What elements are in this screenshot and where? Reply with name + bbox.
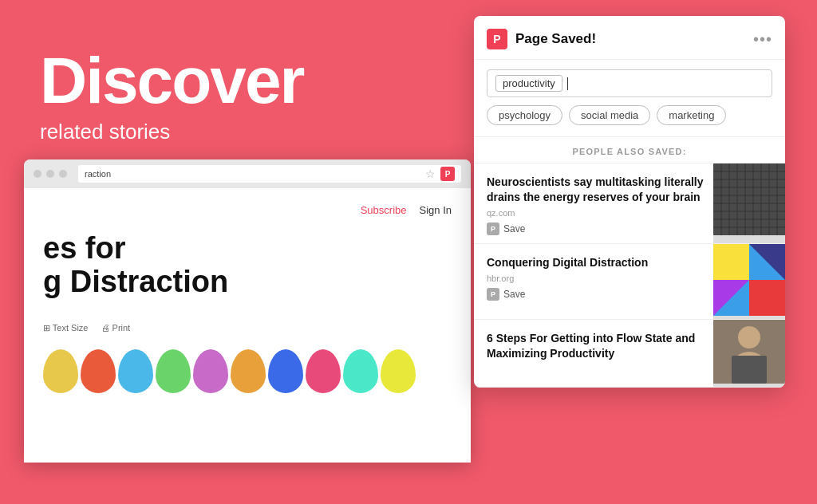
- pocket-p-letter: P: [445, 170, 451, 179]
- related-item-2-save-button[interactable]: P Save: [487, 288, 704, 301]
- thumb-svg-2: [713, 244, 785, 316]
- browser-bar: raction ☆ P: [24, 159, 471, 188]
- tag-suggestion-social-media[interactable]: social media: [569, 105, 650, 125]
- svg-rect-0: [713, 163, 785, 235]
- svg-rect-18: [713, 244, 749, 280]
- related-item-3-title: 6 Steps For Getting into Flow State and …: [487, 331, 704, 361]
- related-item-1-thumb: [713, 163, 785, 243]
- related-item-2-domain: hbr.org: [487, 274, 704, 283]
- panel-more-button[interactable]: •••: [753, 30, 772, 49]
- panel-title: Page Saved!: [515, 31, 745, 47]
- related-item-3-thumb: [713, 320, 785, 387]
- pocket-panel: P Page Saved! ••• productivity psycholog…: [474, 16, 785, 388]
- related-item-2-thumb: [713, 244, 785, 319]
- related-articles-list: Neuroscientists say multitasking literal…: [474, 163, 785, 388]
- related-item-2: Conquering Digital Distraction hbr.org P…: [474, 244, 785, 320]
- browser-content: Subscribe Sign In es for g Distraction ⊞…: [24, 188, 471, 463]
- balloon-teal: [343, 349, 378, 393]
- print-label: 🖨 Print: [101, 323, 131, 333]
- browser-url-bar: raction ☆ P: [78, 165, 461, 183]
- thumb-svg-3: [713, 320, 785, 384]
- balloon-purple: [193, 349, 228, 393]
- panel-header: P Page Saved! •••: [474, 16, 785, 60]
- save-label-2: Save: [503, 289, 525, 300]
- related-item-1-domain: qz.com: [487, 208, 704, 218]
- pocket-logo-letter: P: [493, 33, 500, 45]
- browser-toolbar-icons: ☆ P: [425, 167, 455, 181]
- related-item-1-content: Neuroscientists say multitasking literal…: [474, 163, 713, 243]
- balloons-image: [43, 349, 452, 445]
- related-item-3: 6 Steps For Getting into Flow State and …: [474, 320, 785, 388]
- pocket-toolbar-icon[interactable]: P: [440, 167, 455, 181]
- svg-point-25: [738, 326, 760, 348]
- save-pocket-icon-1: P: [487, 222, 499, 235]
- bookmark-icon: ☆: [425, 167, 436, 180]
- balloon-pink: [306, 349, 341, 393]
- browser-dot-3: [59, 170, 67, 178]
- related-item-3-content: 6 Steps For Getting into Flow State and …: [474, 320, 713, 387]
- browser-nav: Subscribe Sign In: [43, 204, 452, 216]
- tag-suggestion-psychology[interactable]: psychology: [487, 105, 562, 125]
- related-item-2-content: Conquering Digital Distraction hbr.org P…: [474, 244, 713, 319]
- save-label-1: Save: [503, 223, 525, 234]
- related-item-1-title: Neuroscientists say multitasking literal…: [487, 175, 704, 205]
- save-p-2: P: [491, 290, 495, 298]
- browser-dot-2: [46, 170, 54, 178]
- balloon-yellow2: [381, 349, 416, 393]
- balloon-red: [81, 349, 116, 393]
- text-size-label: ⊞ Text Size: [43, 323, 89, 333]
- balloon-blue: [118, 349, 153, 393]
- tag-input-row[interactable]: productivity: [487, 69, 772, 97]
- hero-title: Discover: [40, 48, 303, 113]
- related-item-1-save-button[interactable]: P Save: [487, 222, 704, 235]
- browser-dot-1: [34, 170, 41, 178]
- balloon-yellow: [43, 349, 78, 393]
- article-headline: es for g Distraction: [43, 232, 452, 299]
- balloon-green: [156, 349, 191, 393]
- svg-rect-27: [732, 356, 767, 384]
- url-text: raction: [85, 169, 377, 179]
- pocket-logo: P: [487, 29, 507, 49]
- svg-rect-21: [749, 280, 785, 316]
- related-item-2-title: Conquering Digital Distraction: [487, 255, 704, 270]
- balloon-orange: [231, 349, 266, 393]
- tag-pill: productivity: [495, 75, 562, 92]
- subscribe-link[interactable]: Subscribe: [361, 204, 407, 216]
- hero-subtitle: related stories: [40, 120, 303, 144]
- related-item-1: Neuroscientists say multitasking literal…: [474, 163, 785, 244]
- save-pocket-icon-2: P: [487, 288, 499, 301]
- signin-link[interactable]: Sign In: [420, 204, 452, 216]
- hero-section: Discover related stories: [40, 48, 303, 144]
- balloon-darkblue: [268, 349, 303, 393]
- save-p-1: P: [491, 225, 495, 233]
- tag-suggestions: psychology social media marketing: [487, 105, 772, 125]
- text-cursor: [567, 77, 569, 90]
- tag-suggestion-marketing[interactable]: marketing: [657, 105, 726, 125]
- browser-mockup: raction ☆ P Subscribe Sign In es for g D…: [24, 159, 471, 463]
- panel-tags-section: productivity psychology social media mar…: [474, 60, 785, 137]
- article-meta: ⊞ Text Size 🖨 Print: [43, 323, 452, 333]
- section-label: PEOPLE ALSO SAVED:: [474, 137, 785, 163]
- thumb-svg-1: [713, 163, 785, 235]
